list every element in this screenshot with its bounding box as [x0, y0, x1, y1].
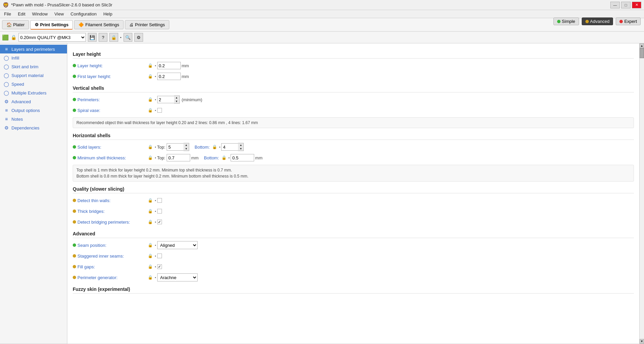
sidebar-item-advanced-label: Advanced	[11, 99, 31, 104]
min-shell-bottom-lock[interactable]: 🔒	[222, 155, 227, 160]
scroll-up-arrow[interactable]: ▲	[640, 43, 644, 48]
layer-height-lock[interactable]: 🔒	[148, 63, 153, 68]
perimeters-input[interactable]	[157, 96, 174, 103]
spiral-vase-checkbox[interactable]	[157, 108, 162, 113]
detect-bridging-checkbox[interactable]	[157, 220, 162, 224]
sidebar-item-skirt[interactable]: ◯ Skirt and brim	[0, 62, 67, 71]
solid-layers-bottom-input[interactable]	[221, 143, 238, 151]
tab-print-settings[interactable]: ⚙ Print Settings	[30, 20, 73, 30]
maximize-button[interactable]: □	[621, 2, 631, 8]
detect-thin-walls-lock[interactable]: 🔒	[148, 198, 153, 203]
solid-top-decrement[interactable]: ▼	[183, 147, 189, 151]
sidebar-item-advanced[interactable]: ⚙ Advanced	[0, 97, 67, 106]
perimeters-lock[interactable]: 🔒	[148, 97, 153, 102]
sidebar-item-output[interactable]: ≡ Output options	[0, 106, 67, 115]
solid-layers-bottom-lock[interactable]: 🔒	[212, 145, 217, 149]
search-button[interactable]: 🔍	[124, 33, 132, 42]
mode-advanced-button[interactable]: Advanced	[582, 17, 613, 25]
scroll-down-arrow[interactable]: ▼	[640, 339, 644, 344]
fill-gaps-dot	[73, 265, 76, 268]
seam-position-select[interactable]: Aligned Nearest Random Rear	[157, 241, 198, 249]
solid-top-increment[interactable]: ▲	[183, 143, 189, 147]
field-row-perimeters: Perimeters: 🔒 • ▲ ▼ (minimum)	[73, 95, 634, 104]
field-row-spiral-vase: Spiral vase: 🔒 •	[73, 106, 634, 115]
section-horizontal-shells: Horizontal shells	[73, 133, 634, 140]
sidebar-item-notes[interactable]: ≡ Notes	[0, 115, 67, 123]
thick-bridges-lock[interactable]: 🔒	[148, 209, 153, 214]
menu-view[interactable]: View	[52, 11, 67, 17]
layers-icon: ≡	[3, 46, 9, 52]
layer-height-dot	[73, 64, 76, 67]
staggered-seams-dot	[73, 254, 76, 258]
tab-printer-settings[interactable]: 🖨 Printer Settings	[125, 20, 169, 29]
thick-bridges-checkbox[interactable]	[157, 209, 162, 214]
perimeter-generator-lock[interactable]: 🔒	[148, 275, 153, 280]
close-button[interactable]: ✕	[632, 2, 641, 8]
save-profile-button[interactable]: 💾	[88, 33, 97, 42]
settings-button[interactable]: ⚙	[134, 33, 143, 42]
advanced-dot	[585, 20, 589, 23]
first-layer-height-input[interactable]	[157, 73, 181, 80]
solid-bottom-decrement[interactable]: ▼	[238, 147, 243, 151]
help-button[interactable]: ?	[99, 33, 107, 42]
layer-height-input[interactable]	[157, 62, 181, 69]
staggered-seams-checkbox[interactable]	[157, 254, 162, 258]
fill-gaps-lock[interactable]: 🔒	[148, 264, 153, 269]
seam-position-lock[interactable]: 🔒	[148, 243, 153, 247]
solid-layers-top-input[interactable]	[167, 143, 183, 151]
thick-bridges-dot	[73, 209, 76, 213]
detect-bridging-dot	[73, 220, 76, 224]
sidebar-item-speed-label: Speed	[11, 82, 24, 87]
menu-window[interactable]: Window	[29, 11, 50, 17]
spiral-vase-lock[interactable]: 🔒	[148, 108, 153, 113]
detect-thin-walls-checkbox[interactable]	[157, 198, 162, 203]
perimeters-decrement[interactable]: ▼	[174, 100, 179, 103]
min-shell-label: Minimum shell thickness:	[73, 155, 147, 160]
detect-thin-walls-bullet: •	[155, 199, 156, 202]
menu-edit[interactable]: Edit	[15, 11, 28, 17]
sidebar-item-skirt-label: Skirt and brim	[11, 64, 38, 69]
sidebar-item-notes-label: Notes	[11, 117, 23, 122]
staggered-seams-lock[interactable]: 🔒	[148, 254, 153, 258]
first-layer-height-lock[interactable]: 🔒	[148, 74, 153, 79]
section-vertical-shells: Vertical shells	[73, 85, 634, 92]
solid-bottom-increment[interactable]: ▲	[238, 143, 243, 147]
perimeters-increment[interactable]: ▲	[174, 96, 179, 100]
min-shell-bottom-bullet: •	[229, 156, 230, 160]
minimize-button[interactable]: —	[610, 2, 620, 8]
perimeters-bullet: •	[155, 98, 156, 102]
sidebar-item-output-label: Output options	[11, 108, 40, 113]
fill-gaps-checkbox[interactable]	[157, 264, 162, 269]
tab-filament-settings[interactable]: 🔶 Filament Settings	[74, 20, 123, 29]
sidebar-item-multiple-extruders[interactable]: ◯ Multiple Extruders	[0, 88, 67, 97]
mode-selector: Simple Advanced Expert	[553, 17, 641, 25]
section-fuzzy-skin: Fuzzy skin (experimental)	[73, 286, 634, 294]
sidebar-item-layers-and-perimeters[interactable]: ≡ Layers and perimeters	[0, 45, 67, 53]
min-shell-lock[interactable]: 🔒	[148, 155, 153, 160]
sidebar-item-infill[interactable]: ◯ Infill	[0, 53, 67, 62]
profile-select[interactable]: 0.20mm QUALITY @MK3	[19, 33, 86, 42]
sidebar-item-speed[interactable]: ◯ Speed	[0, 80, 67, 88]
menu-file[interactable]: File	[1, 11, 14, 17]
sidebar-item-support[interactable]: ◯ Support material	[0, 71, 67, 80]
min-shell-text: Minimum shell thickness:	[77, 155, 126, 160]
menu-help[interactable]: Help	[101, 11, 115, 17]
seam-position-text: Seam position:	[77, 243, 106, 248]
tab-plater[interactable]: 🏠 Plater	[2, 20, 29, 29]
perimeter-generator-select[interactable]: Arachne Classic	[157, 273, 198, 281]
perimeters-text: Perimeters:	[77, 97, 100, 102]
spiral-vase-text: Spiral vase:	[77, 108, 100, 113]
mode-expert-button[interactable]: Expert	[616, 17, 641, 25]
sidebar-item-dependencies[interactable]: ⚙ Dependencies	[0, 123, 67, 132]
menu-configuration[interactable]: Configuration	[68, 11, 99, 17]
scroll-thumb[interactable]	[640, 48, 644, 58]
detect-bridging-label: Detect bridging perimeters:	[73, 220, 147, 225]
min-shell-bottom-input[interactable]	[231, 154, 254, 161]
solid-layers-lock[interactable]: 🔒	[148, 145, 153, 149]
detect-bridging-lock[interactable]: 🔒	[148, 220, 153, 224]
mode-simple-button[interactable]: Simple	[553, 17, 579, 25]
field-row-detect-bridging: Detect bridging perimeters: 🔒 •	[73, 218, 634, 226]
lock-button[interactable]: 🔒	[109, 33, 118, 42]
min-shell-top-input[interactable]	[167, 154, 190, 161]
detect-thin-walls-dot	[73, 199, 76, 202]
